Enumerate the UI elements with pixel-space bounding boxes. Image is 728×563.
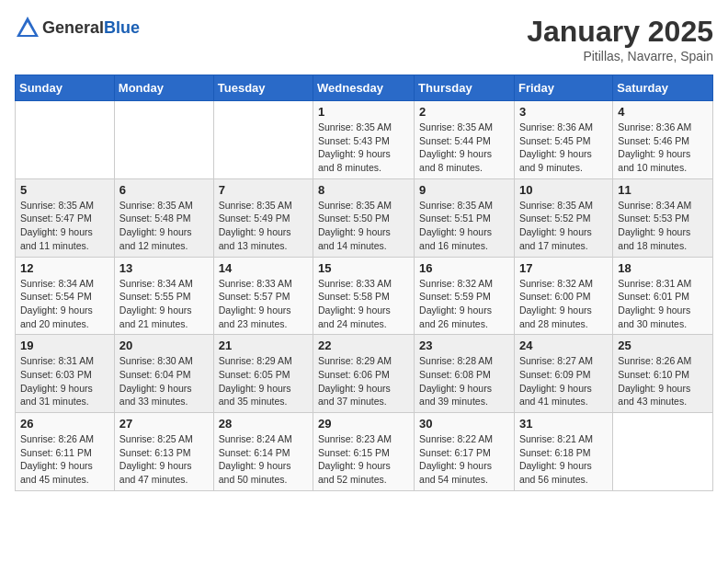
weekday-header-friday: Friday bbox=[514, 75, 612, 101]
day-number: 5 bbox=[20, 183, 109, 197]
day-info: Sunrise: 8:25 AMSunset: 6:13 PMDaylight:… bbox=[119, 432, 209, 487]
calendar-cell bbox=[213, 101, 313, 179]
day-number: 13 bbox=[119, 261, 209, 275]
day-number: 17 bbox=[519, 261, 608, 275]
day-number: 23 bbox=[419, 339, 509, 352]
calendar-cell: 15Sunrise: 8:33 AMSunset: 5:58 PMDayligh… bbox=[313, 257, 415, 335]
day-number: 14 bbox=[219, 261, 308, 275]
day-number: 19 bbox=[20, 339, 109, 352]
day-info: Sunrise: 8:29 AMSunset: 6:06 PMDaylight:… bbox=[318, 354, 409, 408]
calendar-cell: 25Sunrise: 8:26 AMSunset: 6:10 PMDayligh… bbox=[613, 335, 713, 413]
day-number: 3 bbox=[519, 105, 608, 119]
day-info: Sunrise: 8:35 AMSunset: 5:52 PMDaylight:… bbox=[519, 199, 608, 253]
calendar-table: SundayMondayTuesdayWednesdayThursdayFrid… bbox=[15, 75, 713, 491]
day-number: 4 bbox=[618, 105, 708, 119]
day-info: Sunrise: 8:35 AMSunset: 5:43 PMDaylight:… bbox=[318, 121, 409, 175]
weekday-header-thursday: Thursday bbox=[415, 75, 515, 101]
day-number: 7 bbox=[219, 183, 308, 197]
day-info: Sunrise: 8:26 AMSunset: 6:10 PMDaylight:… bbox=[618, 354, 708, 408]
day-info: Sunrise: 8:28 AMSunset: 6:08 PMDaylight:… bbox=[419, 354, 509, 408]
day-info: Sunrise: 8:34 AMSunset: 5:55 PMDaylight:… bbox=[119, 277, 209, 331]
calendar-cell bbox=[16, 101, 115, 179]
calendar-cell: 17Sunrise: 8:32 AMSunset: 6:00 PMDayligh… bbox=[514, 257, 612, 335]
header: GeneralBlue January 2025 Pitillas, Navar… bbox=[15, 15, 713, 63]
calendar-cell: 1Sunrise: 8:35 AMSunset: 5:43 PMDaylight… bbox=[313, 101, 415, 179]
calendar-cell: 28Sunrise: 8:24 AMSunset: 6:14 PMDayligh… bbox=[213, 413, 313, 491]
day-number: 15 bbox=[318, 261, 409, 275]
calendar-week-row: 26Sunrise: 8:26 AMSunset: 6:11 PMDayligh… bbox=[16, 413, 713, 491]
day-number: 18 bbox=[618, 261, 708, 275]
weekday-header-saturday: Saturday bbox=[613, 75, 713, 101]
calendar-cell: 8Sunrise: 8:35 AMSunset: 5:50 PMDaylight… bbox=[313, 178, 415, 257]
title-area: January 2025 Pitillas, Navarre, Spain bbox=[527, 15, 713, 63]
day-info: Sunrise: 8:36 AMSunset: 5:46 PMDaylight:… bbox=[618, 121, 708, 175]
calendar-cell: 9Sunrise: 8:35 AMSunset: 5:51 PMDaylight… bbox=[415, 178, 515, 257]
day-info: Sunrise: 8:35 AMSunset: 5:47 PMDaylight:… bbox=[20, 199, 109, 253]
calendar-week-row: 5Sunrise: 8:35 AMSunset: 5:47 PMDaylight… bbox=[16, 178, 713, 257]
day-number: 26 bbox=[20, 417, 109, 431]
weekday-header-tuesday: Tuesday bbox=[213, 75, 313, 101]
logo: GeneralBlue bbox=[15, 15, 140, 40]
day-info: Sunrise: 8:26 AMSunset: 6:11 PMDaylight:… bbox=[20, 432, 109, 487]
calendar-cell: 21Sunrise: 8:29 AMSunset: 6:05 PMDayligh… bbox=[213, 335, 313, 413]
calendar-cell bbox=[613, 413, 713, 491]
day-info: Sunrise: 8:36 AMSunset: 5:45 PMDaylight:… bbox=[519, 121, 608, 175]
day-info: Sunrise: 8:30 AMSunset: 6:04 PMDaylight:… bbox=[119, 354, 209, 408]
day-info: Sunrise: 8:33 AMSunset: 5:57 PMDaylight:… bbox=[219, 277, 308, 331]
calendar-cell: 4Sunrise: 8:36 AMSunset: 5:46 PMDaylight… bbox=[613, 101, 713, 179]
calendar-cell: 11Sunrise: 8:34 AMSunset: 5:53 PMDayligh… bbox=[613, 178, 713, 257]
calendar-cell: 3Sunrise: 8:36 AMSunset: 5:45 PMDaylight… bbox=[514, 101, 612, 179]
day-info: Sunrise: 8:23 AMSunset: 6:15 PMDaylight:… bbox=[318, 432, 409, 487]
calendar-week-row: 12Sunrise: 8:34 AMSunset: 5:54 PMDayligh… bbox=[16, 257, 713, 335]
day-info: Sunrise: 8:31 AMSunset: 6:01 PMDaylight:… bbox=[618, 277, 708, 331]
calendar-cell: 14Sunrise: 8:33 AMSunset: 5:57 PMDayligh… bbox=[213, 257, 313, 335]
calendar-cell: 18Sunrise: 8:31 AMSunset: 6:01 PMDayligh… bbox=[613, 257, 713, 335]
calendar-week-row: 19Sunrise: 8:31 AMSunset: 6:03 PMDayligh… bbox=[16, 335, 713, 413]
day-number: 22 bbox=[318, 339, 409, 352]
day-info: Sunrise: 8:35 AMSunset: 5:44 PMDaylight:… bbox=[419, 121, 509, 175]
day-number: 20 bbox=[119, 339, 209, 352]
weekday-header-monday: Monday bbox=[114, 75, 213, 101]
day-info: Sunrise: 8:35 AMSunset: 5:48 PMDaylight:… bbox=[119, 199, 209, 253]
day-info: Sunrise: 8:32 AMSunset: 6:00 PMDaylight:… bbox=[519, 277, 608, 331]
day-number: 12 bbox=[20, 261, 109, 275]
calendar-cell: 10Sunrise: 8:35 AMSunset: 5:52 PMDayligh… bbox=[514, 178, 612, 257]
weekday-header-wednesday: Wednesday bbox=[313, 75, 415, 101]
calendar-week-row: 1Sunrise: 8:35 AMSunset: 5:43 PMDaylight… bbox=[16, 101, 713, 179]
calendar-cell: 31Sunrise: 8:21 AMSunset: 6:18 PMDayligh… bbox=[514, 413, 612, 491]
day-number: 25 bbox=[618, 339, 708, 352]
day-number: 11 bbox=[618, 183, 708, 197]
day-info: Sunrise: 8:32 AMSunset: 5:59 PMDaylight:… bbox=[419, 277, 509, 331]
day-info: Sunrise: 8:31 AMSunset: 6:03 PMDaylight:… bbox=[20, 354, 109, 408]
calendar-cell: 24Sunrise: 8:27 AMSunset: 6:09 PMDayligh… bbox=[514, 335, 612, 413]
day-info: Sunrise: 8:27 AMSunset: 6:09 PMDaylight:… bbox=[519, 354, 608, 408]
day-number: 21 bbox=[219, 339, 308, 352]
day-number: 28 bbox=[219, 417, 308, 431]
calendar-cell: 29Sunrise: 8:23 AMSunset: 6:15 PMDayligh… bbox=[313, 413, 415, 491]
day-number: 27 bbox=[119, 417, 209, 431]
logo-icon bbox=[15, 15, 40, 40]
day-info: Sunrise: 8:21 AMSunset: 6:18 PMDaylight:… bbox=[519, 432, 608, 487]
day-number: 16 bbox=[419, 261, 509, 275]
logo-text-general: General bbox=[42, 18, 104, 37]
day-info: Sunrise: 8:34 AMSunset: 5:54 PMDaylight:… bbox=[20, 277, 109, 331]
calendar-cell: 30Sunrise: 8:22 AMSunset: 6:17 PMDayligh… bbox=[415, 413, 515, 491]
day-number: 2 bbox=[419, 105, 509, 119]
calendar-cell: 12Sunrise: 8:34 AMSunset: 5:54 PMDayligh… bbox=[16, 257, 115, 335]
calendar-cell: 16Sunrise: 8:32 AMSunset: 5:59 PMDayligh… bbox=[415, 257, 515, 335]
day-number: 30 bbox=[419, 417, 509, 431]
day-number: 1 bbox=[318, 105, 409, 119]
calendar-cell: 2Sunrise: 8:35 AMSunset: 5:44 PMDaylight… bbox=[415, 101, 515, 179]
calendar-cell: 20Sunrise: 8:30 AMSunset: 6:04 PMDayligh… bbox=[114, 335, 213, 413]
day-info: Sunrise: 8:35 AMSunset: 5:50 PMDaylight:… bbox=[318, 199, 409, 253]
day-number: 31 bbox=[519, 417, 608, 431]
calendar-cell: 13Sunrise: 8:34 AMSunset: 5:55 PMDayligh… bbox=[114, 257, 213, 335]
weekday-header-row: SundayMondayTuesdayWednesdayThursdayFrid… bbox=[16, 75, 713, 101]
logo-text-blue: Blue bbox=[104, 18, 140, 37]
calendar-cell: 27Sunrise: 8:25 AMSunset: 6:13 PMDayligh… bbox=[114, 413, 213, 491]
calendar-cell: 7Sunrise: 8:35 AMSunset: 5:49 PMDaylight… bbox=[213, 178, 313, 257]
calendar-cell: 22Sunrise: 8:29 AMSunset: 6:06 PMDayligh… bbox=[313, 335, 415, 413]
day-info: Sunrise: 8:24 AMSunset: 6:14 PMDaylight:… bbox=[219, 432, 308, 487]
day-number: 8 bbox=[318, 183, 409, 197]
day-info: Sunrise: 8:33 AMSunset: 5:58 PMDaylight:… bbox=[318, 277, 409, 331]
